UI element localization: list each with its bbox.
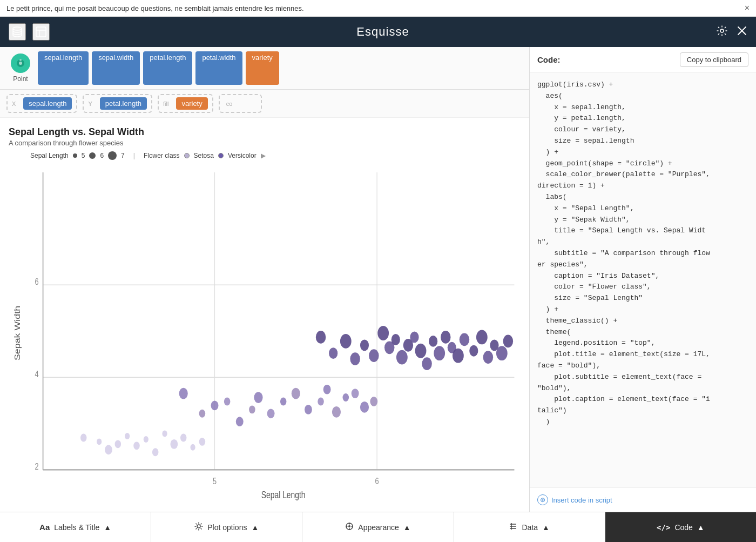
svg-point-64 xyxy=(392,334,400,345)
svg-point-9 xyxy=(19,59,22,61)
svg-point-25 xyxy=(80,434,87,442)
svg-point-58 xyxy=(340,334,352,349)
code-label: Code: xyxy=(537,55,561,64)
svg-point-75 xyxy=(460,333,469,346)
svg-point-32 xyxy=(152,448,159,456)
svg-point-54 xyxy=(360,402,369,413)
table-icon-btn[interactable] xyxy=(32,23,50,41)
svg-point-72 xyxy=(441,331,450,344)
svg-point-60 xyxy=(360,339,369,351)
code-content: ggplot(iris.csv) + aes( x = sepal.length… xyxy=(530,73,756,487)
legend-bar: Sepal Length 5 6 7 | Flower class Setosa… xyxy=(9,151,521,160)
appearance-arrow: ▲ xyxy=(403,523,411,532)
svg-point-81 xyxy=(503,334,513,347)
insert-code-link[interactable]: ⊕ Insert code in script xyxy=(530,487,756,512)
labels-title-label: Labels & Title xyxy=(54,523,99,532)
svg-point-42 xyxy=(236,417,244,426)
svg-point-80 xyxy=(496,346,508,360)
data-icon xyxy=(509,522,517,532)
svg-point-40 xyxy=(211,401,219,411)
svg-text:6: 6 xyxy=(35,277,38,287)
settings-icon-btn[interactable] xyxy=(716,25,728,39)
data-button[interactable]: Data ▲ xyxy=(454,512,605,542)
code-arrow: ▲ xyxy=(697,523,705,532)
chart-container: Sepak Width Sepal Length 2 4 6 5 6 xyxy=(9,164,521,502)
y-axis-slot[interactable]: Y petal.length xyxy=(83,94,152,113)
labels-title-button[interactable]: Aa Labels & Title ▲ xyxy=(0,512,151,542)
svg-point-30 xyxy=(133,441,140,450)
legend-setosa-dot xyxy=(184,153,190,158)
plot-title: Sepal Length vs. Sepal Width xyxy=(9,126,521,138)
code-tab-label: Code xyxy=(674,523,692,532)
svg-rect-1 xyxy=(36,27,46,37)
svg-point-48 xyxy=(305,405,312,414)
plot-options-button[interactable]: Plot options ▲ xyxy=(151,512,302,542)
svg-point-41 xyxy=(224,398,231,406)
app-header: Esquisse xyxy=(0,17,756,47)
data-label: Data xyxy=(522,523,538,532)
field-sepal-length[interactable]: sepal.length xyxy=(38,51,89,85)
labels-icon: Aa xyxy=(39,523,50,532)
svg-text:6: 6 xyxy=(375,477,379,486)
plot-options-icon xyxy=(194,522,203,532)
svg-point-0 xyxy=(13,27,22,30)
close-icon-btn[interactable] xyxy=(737,25,747,39)
svg-point-28 xyxy=(115,440,122,448)
code-button[interactable]: </> Code ▲ xyxy=(605,512,756,542)
svg-point-29 xyxy=(125,433,130,439)
svg-point-70 xyxy=(429,336,437,347)
svg-point-69 xyxy=(422,357,431,370)
co-axis-slot[interactable]: co xyxy=(219,94,262,113)
field-variety[interactable]: variety xyxy=(246,51,279,85)
insert-code-label: Insert code in script xyxy=(551,496,612,504)
code-panel: Code: Copy to clipboard ggplot(iris.csv)… xyxy=(529,47,756,512)
database-icon-btn[interactable] xyxy=(9,23,26,41)
svg-point-8 xyxy=(19,62,22,65)
legend-dot-7 xyxy=(108,151,117,160)
svg-text:Sepal Length: Sepal Length xyxy=(261,490,306,500)
notification-text: Le petit prince, qui me posait beaucoup … xyxy=(6,4,304,12)
bottom-toolbar: Aa Labels & Title ▲ Plot options ▲ xyxy=(0,512,756,542)
legend-size-label: Sepal Length xyxy=(30,152,69,159)
copy-to-clipboard-button[interactable]: Copy to clipboard xyxy=(680,52,748,67)
legend-size-5: 5 xyxy=(82,152,85,159)
plot-subtitle: A comparison through flower species xyxy=(9,139,521,147)
plot-options-label: Plot options xyxy=(207,523,247,532)
svg-point-47 xyxy=(292,388,300,399)
field-sepal-width[interactable]: sepal.width xyxy=(92,51,140,85)
x-axis-field[interactable]: sepal.length xyxy=(23,97,72,110)
y-axis-field[interactable]: petal.length xyxy=(100,97,147,110)
svg-point-76 xyxy=(469,345,478,357)
field-petal-length[interactable]: petal.length xyxy=(143,51,192,85)
svg-point-46 xyxy=(280,398,287,406)
svg-point-4 xyxy=(720,29,724,32)
geom-label: Point xyxy=(13,75,28,83)
notification-close[interactable]: × xyxy=(745,3,750,13)
svg-point-26 xyxy=(97,438,102,445)
field-petal-width[interactable]: petal.width xyxy=(195,51,242,85)
data-arrow: ▲ xyxy=(542,523,550,532)
svg-point-56 xyxy=(316,331,326,344)
svg-point-36 xyxy=(190,444,195,451)
legend-versicolor-label: Versicolor xyxy=(228,152,256,159)
svg-point-45 xyxy=(267,409,275,418)
svg-point-62 xyxy=(377,326,389,340)
x-axis-slot[interactable]: X sepal.length xyxy=(6,94,77,113)
svg-text:Sepak Width: Sepak Width xyxy=(14,306,22,360)
axes-bar: X sepal.length Y petal.length fill varie… xyxy=(0,90,529,118)
svg-point-37 xyxy=(199,438,206,446)
geom-icon[interactable] xyxy=(11,53,30,73)
fill-axis-field[interactable]: variety xyxy=(176,97,207,110)
svg-point-67 xyxy=(410,332,418,343)
insert-icon: ⊕ xyxy=(537,494,548,505)
appearance-icon xyxy=(345,522,354,532)
fill-axis-slot[interactable]: fill variety xyxy=(158,94,213,113)
code-icon: </> xyxy=(657,523,670,532)
appearance-button[interactable]: Appearance ▲ xyxy=(302,512,454,542)
svg-text:2: 2 xyxy=(35,462,38,472)
legend-size-7: 7 xyxy=(121,152,125,159)
svg-point-78 xyxy=(483,351,493,364)
svg-point-51 xyxy=(332,406,341,418)
legend-setosa-label: Setosa xyxy=(194,152,214,159)
geom-container: Point xyxy=(6,51,35,85)
